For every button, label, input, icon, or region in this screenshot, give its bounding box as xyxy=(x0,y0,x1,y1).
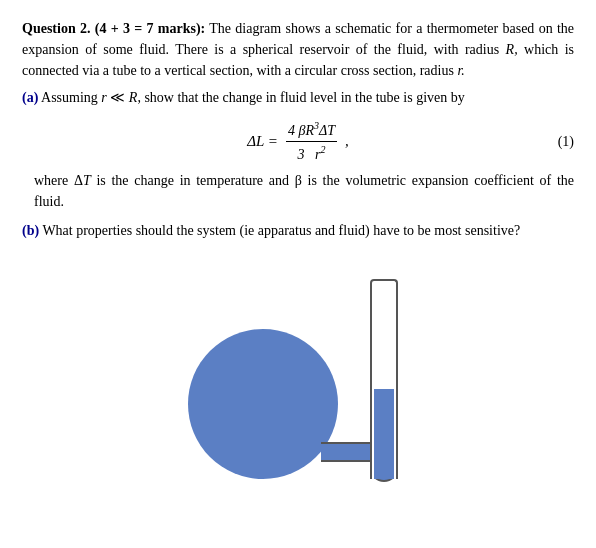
vertical-tube xyxy=(370,279,398,479)
part-b-text: What properties should the system (ie ap… xyxy=(42,223,520,238)
formula-block: ΔL = 4 βR3ΔT 3 r2 , (1) xyxy=(22,118,574,164)
numerator: 4 βR3ΔT xyxy=(286,118,337,142)
part-a-label: (a) xyxy=(22,90,38,105)
formula-comma: , xyxy=(345,130,349,153)
equation-number: (1) xyxy=(558,131,574,152)
formula-lhs: ΔL = xyxy=(247,130,278,153)
question-marks: (4 + 3 = 7 marks): xyxy=(95,21,205,36)
where-text: where ΔT is the change in temperature an… xyxy=(34,173,574,209)
fluid-level xyxy=(374,389,394,479)
part-a-text: Assuming r ≪ R, show that the change in … xyxy=(41,90,465,105)
part-b-label: (b) xyxy=(22,223,39,238)
diagram-area xyxy=(22,249,574,499)
horizontal-tube xyxy=(321,442,371,462)
R-variable: R, xyxy=(506,42,518,57)
formula: ΔL = 4 βR3ΔT 3 r2 , xyxy=(247,118,349,164)
denominator: 3 r2 xyxy=(296,142,328,165)
question-number: Question 2. xyxy=(22,21,90,36)
question-description2: There is a spherical reservoir of the fl… xyxy=(175,42,499,57)
thermometer xyxy=(168,259,428,499)
question-block: Question 2. (4 + 3 = 7 marks): The diagr… xyxy=(22,18,574,241)
sphere-reservoir xyxy=(188,329,338,479)
fraction: 4 βR3ΔT 3 r2 xyxy=(286,118,337,164)
r-variable: r. xyxy=(457,63,464,78)
